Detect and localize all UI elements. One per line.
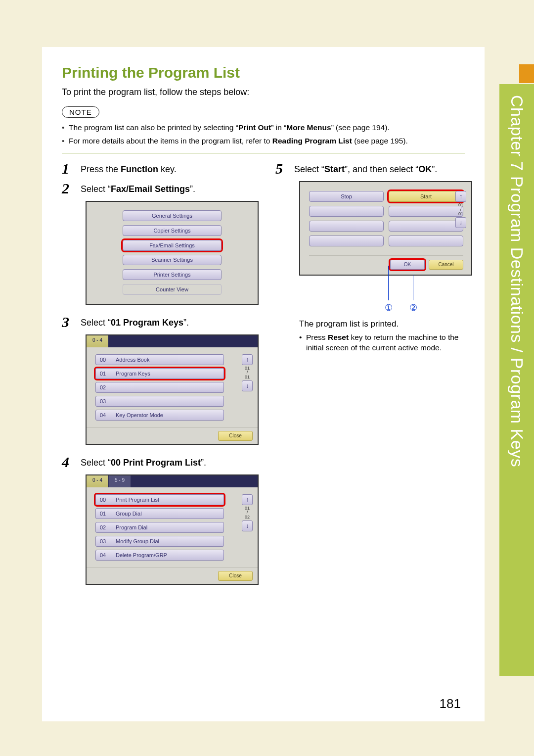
menu-fax-email-settings[interactable]: Fax/Email Settings	[123, 240, 222, 251]
row-00-print-program-list[interactable]: 00Print Program List	[95, 494, 224, 505]
menu-scanner-settings[interactable]: Scanner Settings	[123, 255, 222, 266]
screenshot-step3: 0 - 4 00Address Book 01Program Keys 02 0…	[86, 334, 259, 445]
step-1: 1 Press the Function key.	[62, 161, 259, 176]
step-number: 3	[62, 315, 81, 330]
row-04-delete-program-grp[interactable]: 04Delete Program/GRP	[95, 550, 224, 561]
right-column: 5 Select “Start”, and then select “OK”. …	[275, 161, 472, 595]
left-column: 1 Press the Function key. 2 Select “Fax/…	[62, 161, 259, 595]
page-body: Printing the Program List To print the p…	[42, 47, 485, 721]
page-number: 181	[440, 696, 461, 711]
blank-button[interactable]	[309, 206, 384, 217]
screenshot-step2: General Settings Copier Settings Fax/Ema…	[86, 201, 259, 305]
callout-1: ①	[385, 302, 393, 313]
menu-copier-settings[interactable]: Copier Settings	[123, 225, 222, 236]
step-2: 2 Select “Fax/Email Settings”.	[62, 181, 259, 196]
callout-lines: ① ②	[299, 285, 472, 315]
menu-counter-view[interactable]: Counter View	[123, 284, 222, 295]
callout-2: ②	[409, 302, 417, 313]
row-02[interactable]: 02	[95, 382, 224, 393]
tab-5-9[interactable]: 5 - 9	[109, 475, 131, 487]
chapter-color-mark	[519, 64, 534, 83]
row-00-address-book[interactable]: 00Address Book	[95, 354, 224, 365]
note-list: The program list can also be printed by …	[62, 122, 465, 147]
row-02-program-dial[interactable]: 02Program Dial	[95, 522, 224, 533]
chapter-number: 7	[507, 161, 527, 171]
step-4: 4 Select “00 Print Program List”.	[62, 455, 259, 470]
blank-button[interactable]	[389, 221, 463, 232]
ok-button[interactable]: OK	[390, 260, 425, 270]
scroll-down-icon[interactable]: ↓	[242, 380, 253, 391]
chapter-label-prefix: Chapter	[507, 95, 527, 156]
section-title: Printing the Program List	[62, 64, 465, 81]
stop-button[interactable]: Stop	[309, 191, 384, 202]
note-item: For more details about the items in the …	[62, 135, 465, 146]
screenshot-step4: 0 - 4 5 - 9 00Print Program List 01Group…	[86, 474, 259, 585]
step-number: 5	[275, 161, 294, 176]
note-item: The program list can also be printed by …	[62, 122, 465, 133]
row-01-group-dial[interactable]: 01Group Dial	[95, 508, 224, 519]
step-number: 1	[62, 161, 81, 176]
step-5: 5 Select “Start”, and then select “OK”.	[275, 161, 472, 176]
row-04-key-operator-mode[interactable]: 04Key Operator Mode	[95, 410, 224, 421]
step-3: 3 Select “01 Program Keys”.	[62, 315, 259, 330]
blank-button[interactable]	[389, 236, 463, 246]
row-03-modify-group-dial[interactable]: 03Modify Group Dial	[95, 536, 224, 547]
blank-button[interactable]	[309, 236, 384, 246]
row-01-program-keys[interactable]: 01Program Keys	[95, 368, 224, 379]
step-number: 4	[62, 455, 81, 470]
result-text: The program list is printed.	[299, 319, 472, 329]
scroll-down-icon[interactable]: ↓	[455, 217, 466, 228]
start-button[interactable]: Start	[389, 191, 463, 202]
tab-0-4[interactable]: 0 - 4	[87, 475, 109, 487]
chapter-tab: Chapter 7 Program Destinations / Program…	[499, 84, 534, 676]
step-number: 2	[62, 181, 81, 196]
scroll-up-icon[interactable]: ↑	[455, 191, 466, 202]
menu-general-settings[interactable]: General Settings	[123, 210, 222, 221]
screenshot-step5: Stop Start ↑ 01/01 ↓ OK Cancel	[299, 181, 472, 276]
blank-button[interactable]	[389, 206, 463, 217]
divider	[62, 153, 465, 153]
note-badge: NOTE	[62, 106, 99, 118]
menu-printer-settings[interactable]: Printer Settings	[123, 269, 222, 280]
scroll-up-icon[interactable]: ↑	[242, 494, 253, 505]
close-button[interactable]: Close	[218, 571, 253, 581]
blank-button[interactable]	[309, 221, 384, 232]
row-03[interactable]: 03	[95, 396, 224, 407]
chapter-title: Program Destinations / Program Keys	[507, 176, 527, 467]
scroll-down-icon[interactable]: ↓	[242, 520, 253, 531]
tab-0-4[interactable]: 0 - 4	[87, 335, 109, 347]
result-subtext: Press Reset key to return the machine to…	[299, 332, 472, 353]
close-button[interactable]: Close	[218, 431, 253, 441]
cancel-button[interactable]: Cancel	[429, 260, 463, 270]
intro-text: To print the program list, follow the st…	[62, 87, 465, 97]
scroll-up-icon[interactable]: ↑	[242, 354, 253, 365]
